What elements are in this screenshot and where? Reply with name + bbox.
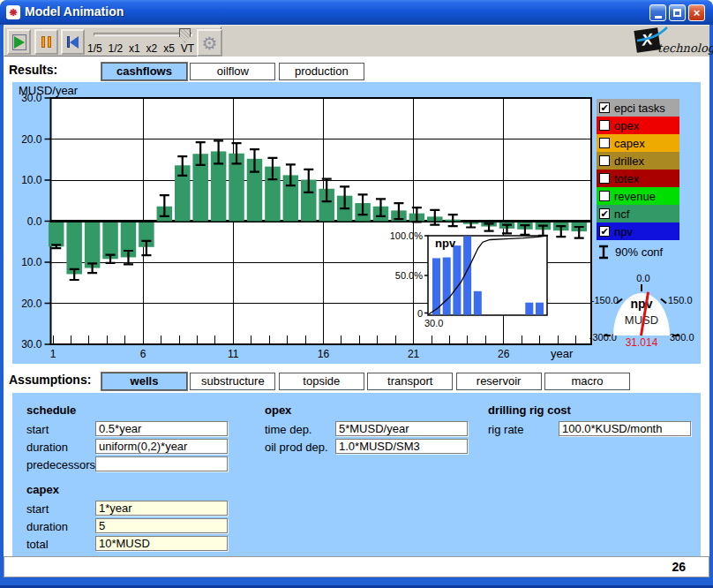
legend-row-drillex[interactable]: drillex: [597, 152, 679, 170]
speed-slider-thumb[interactable]: [179, 28, 191, 42]
tab-macro[interactable]: macro: [544, 373, 630, 390]
pause-button[interactable]: [34, 29, 58, 55]
status-step-counter: 26: [672, 560, 686, 574]
gauge-tick-left-low: -300.0: [584, 332, 617, 343]
ncf-bar: [66, 222, 82, 274]
unchecked-checkbox-icon[interactable]: [599, 191, 610, 201]
capex-start-input[interactable]: [95, 501, 228, 516]
ncf-bar: [49, 222, 64, 246]
checked-checkbox-icon[interactable]: ✔: [599, 208, 610, 219]
schedule-start-label: start: [26, 423, 49, 436]
speed-label-x5[interactable]: x5: [163, 42, 175, 55]
confidence-label: 90% conf: [615, 245, 663, 259]
legend-label: capex: [614, 137, 645, 150]
window-title: Model Animation: [25, 4, 124, 19]
settings-button[interactable]: ⚙: [197, 29, 222, 57]
rewind-button[interactable]: [61, 29, 85, 55]
close-button[interactable]: ×: [688, 4, 705, 21]
speed-label-x2[interactable]: x2: [146, 42, 158, 55]
x-tick-label: 16: [318, 348, 330, 360]
playback-controls-group: 1/51/2x1x2x5VT ⚙: [4, 26, 221, 57]
unchecked-checkbox-icon[interactable]: [599, 138, 610, 148]
checked-checkbox-icon[interactable]: ✔: [599, 102, 610, 113]
assumptions-panel: schedule start duration predecessors ope…: [12, 393, 701, 556]
confidence-legend: 90% conf: [598, 245, 663, 260]
play-button[interactable]: [7, 29, 31, 55]
schedule-duration-label: duration: [26, 441, 68, 454]
gauge-tick-mark: [604, 335, 611, 336]
tab-wells[interactable]: wells: [101, 373, 187, 390]
legend-row-totex[interactable]: totex: [597, 170, 679, 187]
tab-transport[interactable]: transport: [367, 373, 453, 390]
rig-rate-input[interactable]: [559, 421, 691, 436]
tab-topside[interactable]: topside: [279, 373, 364, 390]
speed-label-x1[interactable]: x1: [129, 42, 140, 55]
capex-section-title: capex: [26, 483, 59, 496]
legend-row-npv[interactable]: ✔npv: [597, 222, 679, 240]
tab-reservoir[interactable]: reservoir: [456, 373, 542, 390]
inset-title: npv: [435, 237, 456, 250]
gauge-tick-right-low: 300.0: [670, 332, 694, 343]
results-label: Results:: [9, 63, 57, 77]
speed-label-1-2[interactable]: 1/2: [109, 42, 124, 55]
tab-production[interactable]: production: [279, 63, 364, 80]
legend-row-opex[interactable]: opex: [597, 117, 679, 134]
y-tick-label: 20.0: [21, 298, 42, 310]
legend-label: ncf: [614, 207, 629, 221]
inset-y-tick-label: 50.0%: [395, 270, 423, 281]
opex-oilproddep-input[interactable]: [335, 439, 468, 454]
legend-row-ncf[interactable]: ✔ncf: [597, 205, 679, 222]
speed-label-VT[interactable]: VT: [181, 42, 194, 55]
rig-rate-label: rig rate: [488, 423, 523, 436]
legend-label: revenue: [614, 190, 656, 203]
legend-label: drillex: [614, 155, 644, 168]
speed-label-1-5[interactable]: 1/5: [87, 42, 102, 55]
schedule-duration-input[interactable]: [95, 439, 228, 454]
title-bar[interactable]: ❋ Model Animation ×: [0, 0, 713, 25]
legend-row-revenue[interactable]: revenue: [597, 187, 679, 205]
gauge-value: 31.014: [619, 336, 664, 349]
unchecked-checkbox-icon[interactable]: [599, 155, 610, 166]
close-icon: ×: [694, 6, 701, 19]
gauge-tick-top: 0.0: [626, 273, 661, 283]
tab-oilflow[interactable]: oilflow: [190, 63, 275, 80]
tab-substructure[interactable]: substructure: [190, 373, 275, 390]
x-tick-label: 6: [140, 348, 146, 360]
x-axis-title: year: [551, 347, 574, 360]
maximize-icon: [673, 9, 681, 17]
legend-label: epci tasks: [614, 102, 665, 115]
opex-oilproddep-label: oil prod dep.: [265, 441, 328, 454]
opex-timedep-label: time dep.: [265, 423, 311, 436]
unchecked-checkbox-icon[interactable]: [599, 173, 610, 184]
opex-timedep-input[interactable]: [335, 421, 468, 436]
schedule-predecessors-input[interactable]: [95, 456, 228, 471]
gauge-tick-mark: [672, 335, 679, 336]
pause-icon: [41, 36, 51, 48]
animation-toolbar: 1/51/2x1x2x5VT ⚙ X technologies: [4, 25, 709, 57]
minimize-button[interactable]: [649, 4, 666, 21]
x-tick-label: 21: [408, 348, 420, 360]
legend-row-capex[interactable]: capex: [597, 134, 679, 152]
x-tick-label: 1: [50, 348, 56, 360]
y-tick-label: 20.0: [21, 133, 42, 146]
capex-duration-input[interactable]: [95, 518, 228, 533]
npv-histogram-bar: [525, 303, 533, 315]
npv-histogram-bar: [453, 245, 461, 314]
assumptions-label: Assumptions:: [9, 373, 91, 387]
speed-slider-track[interactable]: [94, 33, 192, 36]
legend-row-epci-tasks[interactable]: ✔epci tasks: [597, 99, 679, 117]
schedule-section-title: schedule: [26, 403, 76, 417]
gauge-tick-right-mid: 150.0: [668, 295, 693, 305]
gauge-tick-mark: [641, 284, 642, 291]
rig-cost-section-title: drilling rig cost: [488, 403, 571, 417]
cashflows-chart-panel: MUSD/year 30.020.010.00.010.020.030.0161…: [12, 82, 701, 364]
capex-total-input[interactable]: [95, 536, 228, 551]
minimize-icon: [655, 16, 662, 19]
app-window: ❋ Model Animation × 1/51/2x1x2x5VT ⚙ X t…: [0, 0, 713, 588]
schedule-start-input[interactable]: [95, 421, 228, 436]
ncf-bar: [85, 222, 101, 268]
checked-checkbox-icon[interactable]: ✔: [599, 226, 610, 237]
maximize-button[interactable]: [669, 4, 686, 21]
unchecked-checkbox-icon[interactable]: [599, 120, 610, 131]
tab-cashflows[interactable]: cashflows: [101, 63, 187, 80]
